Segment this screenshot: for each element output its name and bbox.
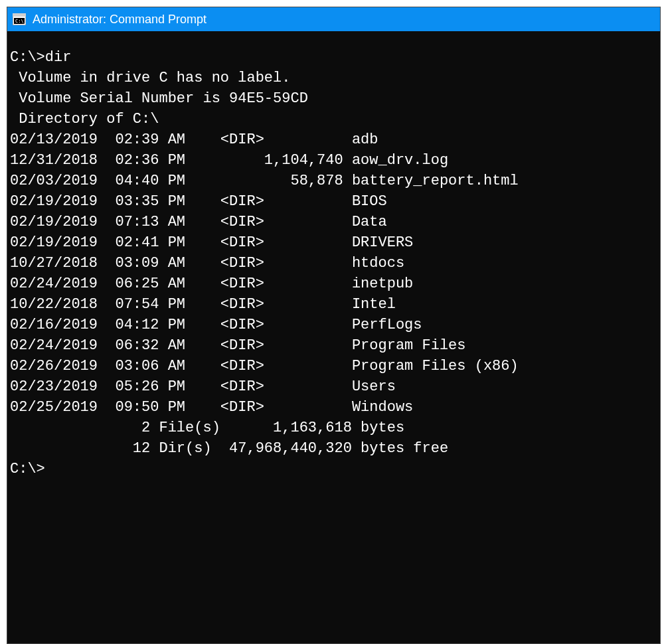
terminal-line: Volume in drive C has no label.: [7, 68, 660, 88]
terminal-line: 02/25/2019 09:50 PM <DIR> Windows: [7, 397, 660, 418]
cmd-icon: C:\_: [13, 13, 26, 25]
terminal-line: Directory of C:\: [7, 109, 660, 129]
terminal-line: 10/22/2018 07:54 PM <DIR> Intel: [7, 294, 660, 315]
terminal-line: 02/24/2019 06:25 AM <DIR> inetpub: [7, 274, 660, 294]
terminal-line: C:\>: [7, 459, 660, 479]
svg-rect-1: [13, 13, 26, 17]
terminal-line: 2 File(s) 1,163,618 bytes: [7, 418, 660, 438]
terminal-line: 02/26/2019 03:06 AM <DIR> Program Files …: [7, 356, 660, 376]
terminal-line: 02/19/2019 02:41 PM <DIR> DRIVERS: [7, 232, 660, 253]
titlebar[interactable]: C:\_ Administrator: Command Prompt: [7, 7, 660, 31]
terminal-line: 10/27/2018 03:09 AM <DIR> htdocs: [7, 253, 660, 274]
terminal-line: 02/19/2019 03:35 PM <DIR> BIOS: [7, 191, 660, 212]
terminal-line: 02/23/2019 05:26 PM <DIR> Users: [7, 376, 660, 397]
terminal-line: Volume Serial Number is 94E5-59CD: [7, 88, 660, 109]
window-title: Administrator: Command Prompt: [33, 13, 207, 27]
terminal-line: 12/31/2018 02:36 PM 1,104,740 aow_drv.lo…: [7, 150, 660, 171]
terminal-line: 12 Dir(s) 47,968,440,320 bytes free: [7, 438, 660, 459]
svg-text:C:\_: C:\_: [15, 19, 26, 24]
command-prompt-window: C:\_ Administrator: Command Prompt C:\>d…: [7, 7, 661, 644]
terminal-output[interactable]: C:\>dir Volume in drive C has no label. …: [7, 31, 660, 479]
terminal-line: 02/03/2019 04:40 PM 58,878 battery_repor…: [7, 171, 660, 191]
terminal-line: 02/24/2019 06:32 AM <DIR> Program Files: [7, 335, 660, 356]
terminal-line: C:\>dir: [7, 47, 660, 68]
terminal-line: 02/16/2019 04:12 PM <DIR> PerfLogs: [7, 315, 660, 335]
terminal-line: 02/13/2019 02:39 AM <DIR> adb: [7, 129, 660, 150]
terminal-line: 02/19/2019 07:13 AM <DIR> Data: [7, 212, 660, 232]
